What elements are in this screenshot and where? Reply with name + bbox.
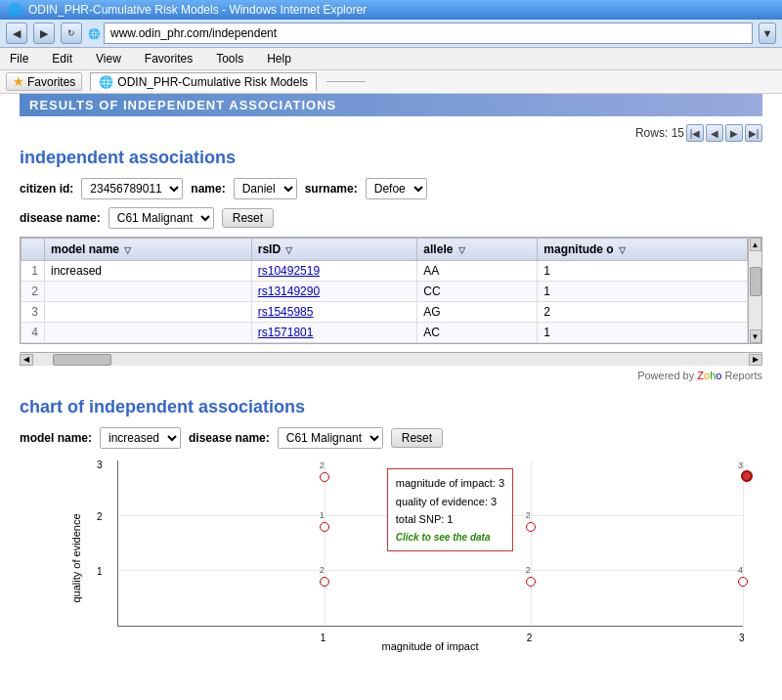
- disease-select[interactable]: C61 Malignant: [109, 207, 214, 229]
- scroll-down-arrow[interactable]: ▼: [750, 329, 761, 343]
- tooltip-click-text[interactable]: Click to see the data: [396, 529, 504, 546]
- menu-file[interactable]: File: [6, 50, 32, 67]
- sort-arrow-model[interactable]: ▽: [124, 245, 131, 255]
- row-rsid-4[interactable]: rs1571801: [251, 323, 417, 343]
- data-point-3y1[interactable]: [738, 577, 748, 587]
- chart-model-label: model name:: [20, 431, 92, 445]
- citizen-id-label: citizen id:: [20, 182, 73, 196]
- row-magnitude-1: 1: [538, 261, 748, 282]
- chart-form-row: model name: increased disease name: C61 …: [20, 427, 762, 449]
- surname-select[interactable]: Defoe: [366, 178, 427, 199]
- back-button[interactable]: ◀: [6, 22, 27, 44]
- row-magnitude-2: 1: [538, 282, 748, 302]
- table-row: 2 rs13149290 CC 1: [22, 282, 748, 302]
- col-rsid-header[interactable]: rsID ▽: [251, 239, 417, 261]
- dp-count-1y3: 2: [320, 460, 325, 470]
- zoho-z: Z: [697, 370, 704, 381]
- tooltip-snp-label: total SNP:: [396, 513, 445, 525]
- col-magnitude-header[interactable]: magnitude o ▽: [538, 239, 748, 261]
- tooltip-mag-value: 3: [499, 477, 504, 489]
- data-point-2y1[interactable]: [526, 577, 536, 587]
- forward-button[interactable]: ▶: [33, 22, 55, 44]
- zoho-o2: o: [716, 370, 721, 381]
- data-point-1y3[interactable]: [320, 472, 329, 482]
- grid-v-3: [743, 460, 744, 626]
- data-point-1y2[interactable]: [320, 522, 329, 532]
- row-allele-4: AC: [417, 323, 538, 343]
- name-select[interactable]: Daniel: [234, 178, 297, 199]
- row-num-1: 1: [22, 261, 45, 282]
- chart-section: chart of independent associations model …: [20, 397, 762, 656]
- browser-titlebar: 🌐 ODIN_PHR-Cumulative Risk Models - Wind…: [0, 0, 782, 20]
- scroll-right-arrow[interactable]: ▶: [749, 354, 762, 366]
- chart-plot-area: 1 2 3 1 2 3 2 1 2 2 2: [117, 460, 743, 627]
- allele-label: allele: [423, 242, 453, 256]
- page-first-button[interactable]: |◀: [686, 124, 704, 142]
- reset-button[interactable]: Reset: [222, 208, 274, 228]
- citizen-form-row: citizen id: 23456789011 name: Daniel sur…: [20, 178, 762, 199]
- data-point-3y3-filled[interactable]: [741, 470, 753, 482]
- row-num-4: 4: [22, 323, 45, 343]
- data-point-2y2[interactable]: [526, 522, 536, 532]
- powered-by-text: Powered by: [637, 370, 694, 381]
- row-rsid-1[interactable]: rs10492519: [251, 261, 417, 282]
- favorites-label: Favorites: [27, 75, 75, 89]
- col-allele-header[interactable]: allele ▽: [417, 239, 538, 261]
- scroll-thumb-v[interactable]: [750, 267, 761, 296]
- row-allele-3: AG: [417, 302, 538, 323]
- address-input[interactable]: [104, 22, 753, 44]
- go-button[interactable]: ▼: [759, 22, 776, 44]
- browser-tab[interactable]: 🌐 ODIN_PHR-Cumulative Risk Models: [90, 72, 317, 91]
- scroll-thumb-h[interactable]: [53, 354, 111, 366]
- row-magnitude-3: 2: [538, 302, 748, 323]
- favorites-button[interactable]: ★ Favorites: [6, 72, 82, 91]
- data-point-1y1[interactable]: [320, 577, 329, 587]
- dp-count-2y1: 2: [526, 565, 531, 575]
- scroll-up-arrow[interactable]: ▲: [750, 238, 761, 251]
- row-model-3: [45, 302, 252, 323]
- row-allele-1: AA: [417, 261, 538, 282]
- chart-reset-button[interactable]: Reset: [391, 428, 443, 448]
- data-table-wrapper: model name ▽ rsID ▽ allele ▽ magnitude o…: [20, 237, 762, 344]
- sort-arrow-magnitude[interactable]: ▽: [619, 245, 626, 255]
- sort-arrow-allele[interactable]: ▽: [458, 245, 465, 255]
- col-model-header[interactable]: model name ▽: [45, 239, 252, 261]
- page-last-button[interactable]: ▶|: [745, 124, 762, 142]
- tooltip-qoe-label: quality of evidence:: [396, 496, 488, 507]
- data-table: model name ▽ rsID ▽ allele ▽ magnitude o…: [21, 238, 748, 343]
- section-heading: independent associations: [20, 148, 762, 168]
- table-row: 3 rs1545985 AG 2: [22, 302, 748, 323]
- section-title: RESULTS OF INDEPENDENT ASSOCIATIONS: [29, 98, 336, 112]
- scroll-left-arrow[interactable]: ◀: [20, 354, 33, 366]
- disease-form-row: disease name: C61 Malignant Reset: [20, 207, 762, 229]
- pagination-row: Rows: 15 |◀ ◀ ▶ ▶|: [20, 124, 762, 142]
- chart-model-select[interactable]: increased: [100, 427, 181, 449]
- tooltip-line2: quality of evidence: 3: [396, 493, 504, 511]
- menu-favorites[interactable]: Favorites: [141, 50, 196, 67]
- menu-view[interactable]: View: [92, 50, 125, 67]
- menu-edit[interactable]: Edit: [48, 50, 76, 67]
- horizontal-scrollbar[interactable]: ◀ ▶: [20, 352, 762, 366]
- citizen-id-select[interactable]: 23456789011: [81, 178, 183, 199]
- y-tick-3: 3: [97, 459, 103, 470]
- refresh-button[interactable]: ↻: [61, 22, 82, 44]
- menu-help[interactable]: Help: [263, 50, 295, 67]
- page-content: RESULTS OF INDEPENDENT ASSOCIATIONS Rows…: [0, 94, 782, 656]
- page-prev-button[interactable]: ◀: [706, 124, 723, 142]
- sort-arrow-rsid[interactable]: ▽: [285, 245, 292, 255]
- row-magnitude-4: 1: [538, 323, 748, 343]
- menu-tools[interactable]: Tools: [212, 50, 247, 67]
- rsid-label: rsID: [258, 242, 281, 256]
- page-next-button[interactable]: ▶: [725, 124, 743, 142]
- chart-disease-label: disease name:: [189, 431, 270, 445]
- chart-disease-select[interactable]: C61 Malignant: [278, 427, 383, 449]
- row-rsid-2[interactable]: rs13149290: [251, 282, 417, 302]
- model-name-label: model name: [51, 242, 119, 256]
- row-model-2: [45, 282, 252, 302]
- tab-label: ODIN_PHR-Cumulative Risk Models: [117, 75, 308, 89]
- row-rsid-3[interactable]: rs1545985: [251, 302, 417, 323]
- tab-favicon: 🌐: [99, 75, 113, 89]
- vertical-scrollbar[interactable]: ▲ ▼: [748, 238, 761, 343]
- y-axis-label: quality of evidence: [70, 513, 82, 602]
- section-title-bar: RESULTS OF INDEPENDENT ASSOCIATIONS: [20, 94, 762, 116]
